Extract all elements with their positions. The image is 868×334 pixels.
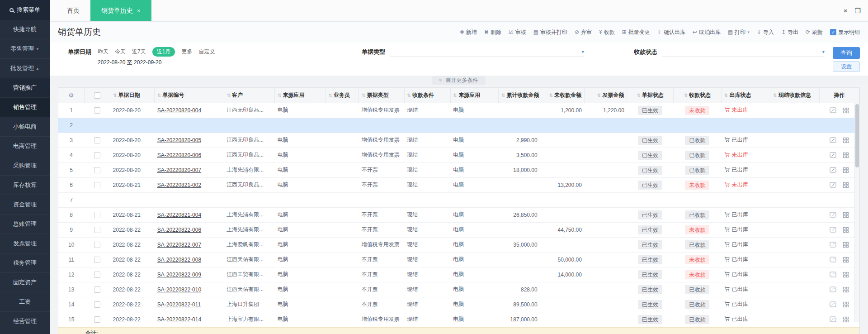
pay-status-select[interactable]: ▾	[662, 47, 825, 57]
table-row-5[interactable]: 52022-08-20SA-20220820-007上海先浦有限...电脑不开票…	[58, 162, 859, 177]
vertical-scrollbar[interactable]	[854, 103, 859, 322]
col-header-received[interactable]: ⇅累计收款金额	[499, 88, 540, 103]
fullscreen-icon[interactable]: ❐	[855, 7, 861, 15]
table-row-9[interactable]: 92022-08-22SA-20220822-006上海先浦有限...电脑不开票…	[58, 222, 859, 237]
toolbar-refresh[interactable]: ⟳刷新	[806, 29, 823, 36]
more-actions-icon[interactable]	[843, 137, 849, 143]
col-header-num[interactable]: ⚙	[58, 88, 84, 103]
table-row-14[interactable]: 142022-08-22SA-20220822-011上海日升集团电脑不开票现结…	[58, 297, 859, 312]
col-header-no[interactable]: ⇅单据编号	[155, 88, 224, 103]
date-quick-option-3[interactable]: 近1月	[152, 47, 175, 57]
table-row-10[interactable]: 102022-08-22SA-20220822-007上海爱帆有限...电脑增值…	[58, 237, 859, 252]
doc-no-link[interactable]: SA-20220821-004	[157, 212, 201, 218]
col-header-date[interactable]: ⇅单据日期	[110, 88, 155, 103]
tab-close-icon[interactable]: ×	[137, 7, 141, 14]
row-checkbox[interactable]	[94, 107, 100, 114]
sidebar-search[interactable]: 搜索菜单	[0, 0, 50, 20]
tab-1[interactable]: 销货单历史×	[90, 0, 151, 21]
doc-no-link[interactable]: SA-20220820-005	[157, 137, 201, 143]
edit-doc-icon[interactable]	[830, 226, 836, 233]
edit-doc-icon[interactable]	[830, 181, 836, 188]
table-row-2[interactable]: 2	[58, 118, 859, 133]
more-actions-icon[interactable]	[843, 286, 849, 293]
edit-doc-icon[interactable]	[830, 137, 836, 143]
col-header-check[interactable]	[84, 88, 110, 103]
doc-no-link[interactable]: SA-20220820-004	[157, 107, 201, 114]
row-checkbox[interactable]	[94, 152, 100, 158]
doc-no-link[interactable]: SA-20220822-014	[157, 316, 201, 323]
table-row-15[interactable]: 152022-08-22SA-20220822-014上海宝力有限...电脑增值…	[58, 312, 859, 327]
close-icon[interactable]: ×	[844, 7, 848, 14]
date-quick-option-0[interactable]: 昨天	[98, 48, 108, 56]
col-header-invoice_amount[interactable]: ⇅发票金额	[585, 88, 627, 103]
sidebar-item-13[interactable]: 固定资产	[0, 273, 50, 292]
sidebar-item-15[interactable]: 经营管理	[0, 312, 50, 331]
table-row-12[interactable]: 122022-08-22SA-20220822-009江西工贸有限...电脑不开…	[58, 267, 859, 282]
sidebar-item-12[interactable]: 税务管理	[0, 253, 50, 273]
edit-doc-icon[interactable]	[830, 271, 836, 278]
row-checkbox[interactable]	[94, 316, 100, 323]
col-header-source2[interactable]: ⇅来源应用	[450, 88, 498, 103]
table-row-8[interactable]: 82022-08-21SA-20220821-004上海先浦有限...电脑不开票…	[58, 207, 859, 222]
edit-doc-icon[interactable]	[830, 167, 836, 173]
col-header-salesman[interactable]: ⇅业务员	[326, 88, 359, 103]
toolbar-audit[interactable]: ☑审核	[509, 29, 526, 36]
tab-0[interactable]: 首页	[56, 0, 90, 21]
edit-doc-icon[interactable]	[830, 256, 836, 263]
table-row-7[interactable]: 7	[58, 192, 859, 207]
edit-doc-icon[interactable]	[830, 301, 836, 308]
row-checkbox[interactable]	[94, 272, 100, 278]
doc-no-link[interactable]: SA-20220820-007	[157, 167, 201, 173]
edit-doc-icon[interactable]	[830, 107, 836, 114]
table-row-6[interactable]: 62022-08-21SA-20220821-002江西无印良品...电脑不开票…	[58, 177, 859, 192]
edit-doc-icon[interactable]	[830, 286, 836, 293]
row-checkbox[interactable]	[94, 137, 100, 143]
doc-no-link[interactable]: SA-20220822-008	[157, 257, 201, 263]
gear-icon[interactable]: ⚙	[69, 92, 74, 99]
row-checkbox[interactable]	[94, 212, 100, 218]
doc-no-link[interactable]: SA-20220822-010	[157, 286, 201, 293]
toolbar-import[interactable]: ↧导入	[757, 29, 774, 36]
date-quick-option-2[interactable]: 近7天	[132, 48, 146, 56]
date-quick-option-4[interactable]: 更多	[181, 48, 192, 56]
toolbar-delete[interactable]: ✖删除	[484, 29, 501, 36]
col-header-cash_info[interactable]: ⇅现结收款信息	[770, 88, 819, 103]
more-actions-icon[interactable]	[843, 107, 849, 114]
more-actions-icon[interactable]	[843, 212, 849, 218]
toolbar-add[interactable]: ✚新增	[460, 29, 477, 36]
toolbar-cancel-outbound[interactable]: ↩取消出库	[693, 29, 721, 36]
col-header-customer[interactable]: ⇅客户	[224, 88, 275, 103]
table-row-4[interactable]: 42022-08-20SA-20220820-006江西无印良品...电脑增值税…	[58, 148, 859, 162]
query-button[interactable]: 查询	[833, 47, 860, 59]
edit-doc-icon[interactable]	[830, 152, 836, 158]
col-header-pay_term[interactable]: ⇅收款条件	[404, 88, 450, 103]
sidebar-item-4[interactable]: 销售管理	[0, 98, 50, 117]
row-checkbox[interactable]	[94, 167, 100, 173]
doc-type-select[interactable]: ▾	[390, 47, 584, 57]
date-range-value[interactable]: 2022-08-20 至 2022-09-20	[98, 59, 294, 67]
toolbar-unaudit[interactable]: ⊘弃审	[575, 29, 592, 36]
col-header-unreceived[interactable]: ⇅未收款金额	[540, 88, 585, 103]
row-checkbox[interactable]	[94, 242, 100, 248]
more-actions-icon[interactable]	[843, 182, 849, 188]
date-quick-option-5[interactable]: 自定义	[198, 48, 215, 56]
expand-more-button[interactable]: » 展开更多条件	[432, 76, 485, 85]
sidebar-item-11[interactable]: 发票管理	[0, 234, 50, 253]
more-actions-icon[interactable]	[843, 242, 849, 248]
row-checkbox[interactable]	[94, 227, 100, 233]
doc-no-link[interactable]: SA-20220820-006	[157, 152, 201, 158]
row-checkbox[interactable]	[94, 286, 100, 293]
sidebar-item-9[interactable]: 资金管理	[0, 195, 50, 215]
sidebar-item-14[interactable]: 工资	[0, 292, 50, 312]
doc-no-link[interactable]: SA-20220822-009	[157, 272, 201, 278]
more-actions-icon[interactable]	[843, 301, 849, 308]
toolbar-print[interactable]: ▤打印▾	[728, 29, 750, 36]
more-actions-icon[interactable]	[843, 257, 849, 263]
more-actions-icon[interactable]	[843, 227, 849, 233]
table-row-11[interactable]: 112022-08-22SA-20220822-008江西天佑有限...电脑不开…	[58, 252, 859, 267]
toolbar-confirm-outbound[interactable]: ⇧确认出库	[657, 29, 685, 36]
sidebar-item-10[interactable]: 总账管理	[0, 215, 50, 234]
more-actions-icon[interactable]	[843, 167, 849, 173]
edit-doc-icon[interactable]	[830, 241, 836, 248]
table-row-13[interactable]: 132022-08-22SA-20220822-010江西天佑有限...电脑不开…	[58, 282, 859, 297]
